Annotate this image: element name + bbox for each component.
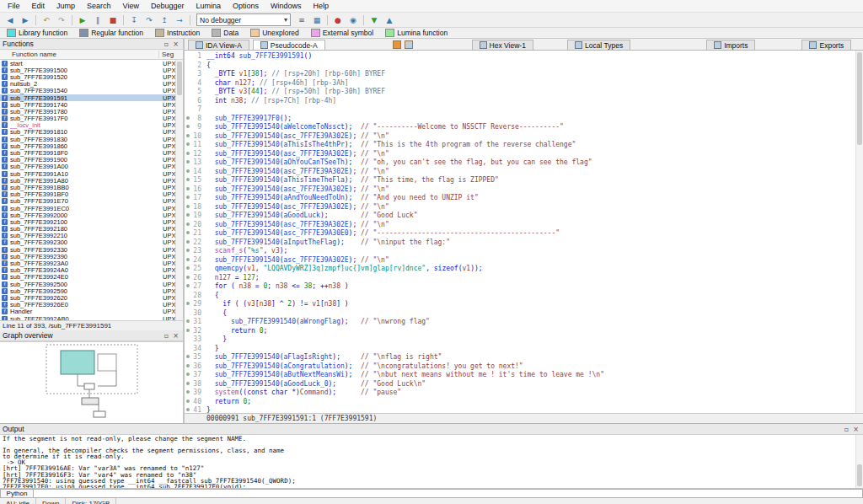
pseudocode-view[interactable]: 1__int64 sub_7FF7E3991591()2{3 _BYTE v1[… xyxy=(185,51,863,413)
code-line[interactable]: 16 sub_7FF7E3991540(asc_7FF7E39A302E);//… xyxy=(185,185,863,195)
lumina-push-icon[interactable]: ▲ xyxy=(382,13,397,27)
code-line[interactable]: 7 xyxy=(185,105,863,115)
stop-process-icon[interactable]: ■ xyxy=(105,13,121,27)
redo-icon[interactable]: ↷ xyxy=(54,13,69,27)
code-line[interactable]: 10 sub_7FF7E3991540(asc_7FF7E39A302E);//… xyxy=(185,132,863,142)
code-line[interactable]: 13 sub_7FF7E3991540(aOhYouCanTSeeTh);// … xyxy=(185,158,863,168)
close-panel-icon[interactable]: × xyxy=(171,332,180,340)
code-line[interactable]: 37 sub_7FF7E3991540(aButNextMeansWi);// … xyxy=(185,371,863,380)
tab-indicator-icon[interactable] xyxy=(393,40,401,49)
output-scrollbar-thumb[interactable] xyxy=(857,464,862,486)
float-panel-icon[interactable]: ▫ xyxy=(162,40,171,48)
code-line[interactable]: 1__int64 sub_7FF7E3991591() xyxy=(185,52,863,62)
tab-exports[interactable]: Exports xyxy=(801,40,851,50)
code-line[interactable]: 24 sub_7FF7E3991540(asc_7FF7E39A302E);//… xyxy=(185,256,863,265)
code-line[interactable]: 32 return 0; xyxy=(185,327,863,336)
function-row[interactable]: fsub_7FF7E3992AB0UPX0 xyxy=(0,315,183,320)
debugger-selector[interactable]: No debugger▾ xyxy=(196,13,291,26)
menu-view[interactable]: View xyxy=(117,1,145,11)
graph-overview-canvas[interactable] xyxy=(0,341,183,423)
output-content[interactable]: If the segment is not read-only, please … xyxy=(0,435,863,488)
navigate-back-icon[interactable]: ◀ xyxy=(3,13,18,27)
watches-icon[interactable]: ◉ xyxy=(346,13,361,27)
code-line[interactable]: 19 sub_7FF7E3991540(aGoodLuck);// "Good … xyxy=(185,212,863,221)
tab-indicator-icon[interactable] xyxy=(405,40,413,49)
tab-ida-view-a[interactable]: IDA View-A xyxy=(188,40,249,50)
column-function-name[interactable]: Function name xyxy=(0,51,159,58)
column-segment[interactable]: Seg xyxy=(159,51,183,58)
functions-list[interactable]: fstartUPX0fsub_7FF7E3991500UPX0fsub_7FF7… xyxy=(0,60,183,320)
tab-local-types[interactable]: Local Types xyxy=(567,40,630,50)
close-panel-icon[interactable]: × xyxy=(851,426,860,433)
menu-help[interactable]: Help xyxy=(308,1,335,11)
line-marker-icon xyxy=(186,81,190,84)
code-line[interactable]: 8 sub_7FF7E39917F0(); xyxy=(185,115,863,124)
code-line[interactable]: 9 sub_7FF7E3991540(aWelcomeToNssct);// "… xyxy=(185,123,863,132)
start-process-icon[interactable]: ▶ xyxy=(75,13,90,27)
code-line[interactable]: 33 } xyxy=(185,335,863,345)
code-line[interactable]: 23 scanf_s("%s", v3); xyxy=(185,247,863,256)
float-panel-icon[interactable]: ▫ xyxy=(842,426,851,433)
code-line[interactable]: 15 sub_7FF7E3991540(aThisTimeTheFla);// … xyxy=(185,176,863,185)
code-line[interactable]: 29 if ( (v3[n38] ^ 2) != v1[n38] ) xyxy=(185,300,863,309)
code-line[interactable]: 5 _BYTE v3[44]; // [rsp+50h] [rbp-30h] B… xyxy=(185,88,863,97)
menu-file[interactable]: File xyxy=(2,1,26,11)
code-line[interactable]: 6 int n38; // [rsp+7Ch] [rbp-4h] xyxy=(185,97,863,106)
pause-process-icon[interactable]: ‖ xyxy=(90,13,105,27)
tab-hex-view-1[interactable]: Hex View-1 xyxy=(472,40,533,50)
code-line[interactable]: 27 for ( n38 = 0; n38 <= 38; ++n38 ) xyxy=(185,282,863,292)
code-line[interactable]: 30 { xyxy=(185,309,863,319)
snapshot-icon[interactable]: ▦ xyxy=(309,13,324,27)
undo-icon[interactable]: ↶ xyxy=(39,13,54,27)
code-line[interactable]: 28 { xyxy=(185,292,863,301)
close-panel-icon[interactable]: × xyxy=(171,40,180,48)
menu-debugger[interactable]: Debugger xyxy=(145,1,190,11)
code-line[interactable]: 35 sub_7FF7E3991540(aFlagIsRight);// "\n… xyxy=(185,353,863,362)
code-line[interactable]: 40 return 0; xyxy=(185,398,863,407)
code-line[interactable]: 41} xyxy=(185,406,863,413)
output-scrollbar[interactable] xyxy=(855,435,863,488)
tab-imports[interactable]: Imports xyxy=(706,40,755,50)
pseudocode-scrollbar[interactable] xyxy=(855,51,863,413)
breakpoints-icon[interactable]: ● xyxy=(330,13,346,27)
code-line[interactable]: 26 n127 = 127; xyxy=(185,274,863,283)
step-over-icon[interactable]: ↷ xyxy=(142,13,157,27)
debugger-options-icon[interactable]: ≡ xyxy=(294,13,309,27)
navigate-forward-icon[interactable]: ▶ xyxy=(18,13,33,27)
step-into-icon[interactable]: ↧ xyxy=(126,13,142,27)
code-line[interactable]: 14 sub_7FF7E3991540(asc_7FF7E39A302E);//… xyxy=(185,168,863,177)
lumina-pull-icon[interactable]: ▼ xyxy=(367,13,382,27)
pseudocode-scrollbar-thumb[interactable] xyxy=(857,52,862,145)
code-line[interactable]: 21 sub_7FF7E3991540(asc_7FF7E39A30E0);//… xyxy=(185,229,863,239)
code-line[interactable]: 31 sub_7FF7E3991540(aWrongFlag);// "\nwr… xyxy=(185,318,863,327)
menu-edit[interactable]: Edit xyxy=(26,1,51,11)
menu-jump[interactable]: Jump xyxy=(51,1,81,11)
menu-windows[interactable]: Windows xyxy=(265,1,308,11)
menu-search[interactable]: Search xyxy=(81,1,117,11)
menu-options[interactable]: Options xyxy=(227,1,265,11)
code-line[interactable]: 34 } xyxy=(185,345,863,354)
functions-scrollbar[interactable] xyxy=(175,60,183,320)
menu-lumina[interactable]: Lumina xyxy=(190,1,227,11)
code-line[interactable]: 36 sub_7FF7E3991540(aCongratulation);// … xyxy=(185,362,863,372)
code-line[interactable]: 22 sub_7FF7E3991540(aInputTheFlag);// "\… xyxy=(185,239,863,248)
tab-pseudocode-a[interactable]: Pseudocode-A xyxy=(253,40,325,50)
float-panel-icon[interactable]: ▫ xyxy=(162,332,171,340)
code-line[interactable]: 18 sub_7FF7E3991540(asc_7FF7E39A302E);//… xyxy=(185,203,863,212)
code-line[interactable]: 39 system((const char *)Command);// "pau… xyxy=(185,389,863,398)
line-marker-icon xyxy=(186,178,190,181)
interpreter-selector[interactable]: Python xyxy=(0,489,34,498)
code-line[interactable]: 38 sub_7FF7E3991540(aGoodLuck_0);// "Goo… xyxy=(185,380,863,389)
python-input[interactable] xyxy=(34,489,863,498)
code-line[interactable]: 4 char n127; // [rsp+46h] [rbp-3Ah] xyxy=(185,79,863,88)
code-line[interactable]: 17 sub_7FF7E3991540(aAndYouNeedToUn);// … xyxy=(185,194,863,203)
code-line[interactable]: 2{ xyxy=(185,62,863,71)
code-line[interactable]: 3 _BYTE v1[38]; // [rsp+20h] [rbp-60h] B… xyxy=(185,70,863,79)
code-line[interactable]: 25 qmemcpy(v1, "LQQAVDyWRZ]3q]zmpf]uc{]v… xyxy=(185,265,863,274)
run-to-cursor-icon[interactable]: → xyxy=(172,13,187,27)
code-line[interactable]: 12 sub_7FF7E3991540(asc_7FF7E39A302E);//… xyxy=(185,150,863,159)
run-until-return-icon[interactable]: ↥ xyxy=(157,13,172,27)
functions-scrollbar-thumb[interactable] xyxy=(177,62,182,95)
code-line[interactable]: 20 sub_7FF7E3991540(asc_7FF7E39A302E);//… xyxy=(185,221,863,230)
code-line[interactable]: 11 sub_7FF7E3991540(aThisIsThe4thPr);// … xyxy=(185,141,863,150)
